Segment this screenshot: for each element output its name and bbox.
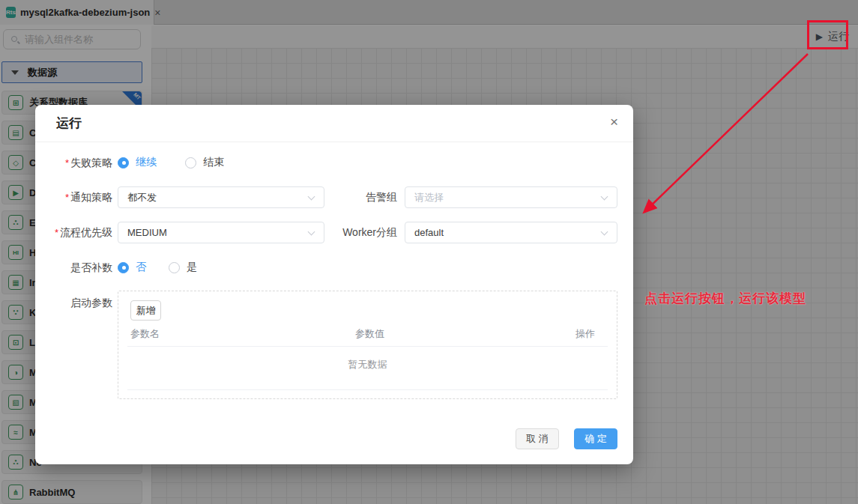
field-label: 是否补数 [35,257,112,278]
column-param-value: 参数值 [355,327,384,341]
confirm-button[interactable]: 确 定 [574,428,617,449]
field-label: 启动参数 [35,292,112,313]
column-actions: 操作 [575,327,595,341]
field-notify-strategy: *通知策略 都不发 告警组 请选择 [35,186,633,207]
run-dialog: 运行 × *失败策略 继续 结束 *通知策略 都不发 告警组 请选择 [35,105,633,464]
alert-group-select[interactable]: 请选择 [405,186,617,208]
radio-end[interactable] [185,157,196,168]
field-label: Worker分组 [339,222,397,243]
radio-yes-label[interactable]: 是 [187,261,197,274]
radio-continue-label[interactable]: 继续 [136,156,157,169]
chevron-down-icon [308,193,315,201]
cancel-button[interactable]: 取 消 [516,428,559,449]
dialog-title: 运行 [56,105,82,142]
select-placeholder: 请选择 [414,187,444,207]
add-param-button[interactable]: 新增 [130,300,161,321]
table-divider [127,389,608,390]
select-value: MEDIUM [127,222,167,243]
chevron-down-icon [601,193,608,201]
close-icon[interactable]: × [610,115,618,129]
field-label: 流程优先级 [60,226,112,238]
radio-continue[interactable] [118,157,129,168]
required-mark: * [55,227,58,238]
required-mark: * [65,157,69,168]
startup-params-panel: 新增 参数名 参数值 操作 暂无数据 [118,291,617,399]
radio-no-label[interactable]: 否 [136,261,146,274]
field-label: 告警组 [339,186,397,207]
chevron-down-icon [601,228,608,236]
select-value: default [414,222,444,243]
worker-group-select[interactable]: default [405,222,617,243]
field-fail-strategy: *失败策略 继续 结束 [35,152,633,173]
field-label: 通知策略 [70,191,112,203]
field-label: 失败策略 [70,157,112,168]
empty-data-text: 暂无数据 [118,358,617,371]
select-value: 都不发 [127,187,157,207]
radio-no[interactable] [118,262,129,273]
radio-end-label[interactable]: 结束 [203,156,224,169]
app-window: Rts mysql2kafka-debezium-json × 数据源 ⊞ 关系… [0,0,858,504]
column-param-name: 参数名 [130,327,160,341]
field-backfill: 是否补数 否 是 [35,257,633,278]
radio-yes[interactable] [169,262,180,273]
field-priority: *流程优先级 MEDIUM Worker分组 default [35,222,633,243]
priority-select[interactable]: MEDIUM [118,222,324,243]
required-mark: * [65,192,69,203]
table-divider [127,346,608,347]
notify-strategy-select[interactable]: 都不发 [118,186,324,208]
chevron-down-icon [308,228,315,236]
dialog-header: 运行 × [35,105,633,142]
